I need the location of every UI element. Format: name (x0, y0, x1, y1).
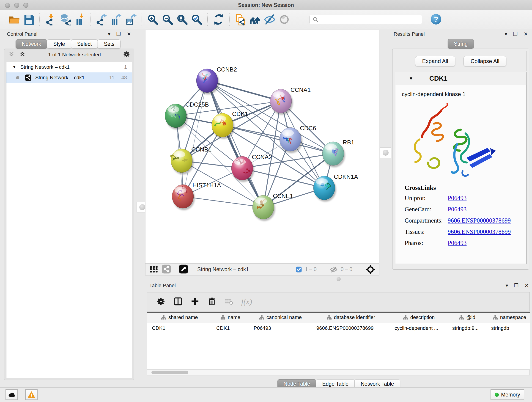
column-header-name[interactable]: name (212, 313, 249, 323)
results-panel-undock-button[interactable]: ❒ (513, 32, 518, 37)
delete-column-trash-icon[interactable] (207, 297, 216, 307)
expand-collapse-bar: Expand All Collapse All (395, 51, 527, 71)
node-CCNE1[interactable] (253, 195, 275, 221)
traffic-lights (5, 3, 28, 8)
selected-checkbox-icon[interactable] (295, 266, 302, 273)
maximize-window-button[interactable] (23, 3, 28, 8)
close-window-button[interactable] (5, 3, 10, 8)
table-panel-close-button[interactable]: ✕ (525, 283, 529, 288)
zoom-out-icon[interactable] (160, 12, 175, 27)
control-panel-undock-button[interactable]: ❒ (116, 32, 121, 37)
help-button[interactable]: ? (430, 13, 442, 26)
column-header-id[interactable]: @id (448, 313, 487, 323)
node-CDC25B[interactable] (165, 104, 188, 129)
save-icon[interactable] (22, 12, 36, 27)
node-CCNA2[interactable] (231, 156, 254, 182)
crosslink-link[interactable]: P06493 (448, 195, 467, 202)
hidden-eye-icon[interactable] (330, 265, 338, 274)
column-header-databaseidentifier[interactable]: database identifier (312, 313, 390, 323)
expand-all-networks-icon[interactable] (19, 51, 26, 59)
zoom-fit-icon[interactable] (175, 12, 190, 27)
export-table-icon[interactable] (109, 12, 124, 27)
tab-node-table[interactable]: Node Table (278, 379, 317, 389)
edge-HIST1H1A-CCNE1[interactable] (183, 196, 263, 207)
table-hscrollbar[interactable] (147, 370, 530, 375)
crosslink-link[interactable]: 9606.ENSP00000378699 (448, 217, 511, 224)
warning-status-button[interactable] (25, 389, 38, 400)
edge-CCNB2-HIST1H1A[interactable] (183, 81, 207, 196)
hscroll-thumb[interactable] (152, 370, 188, 374)
splitter-grip[interactable] (139, 204, 145, 210)
first-neighbors-icon[interactable] (248, 12, 262, 27)
expand-all-button[interactable]: Expand All (415, 56, 455, 66)
entry-collapse-icon[interactable]: ▼ (409, 76, 413, 81)
birdseye-view-icon[interactable] (179, 264, 188, 275)
network-clipboard-icon[interactable] (233, 12, 248, 27)
network-options-gear-icon[interactable] (123, 51, 130, 59)
table-options-gear-icon[interactable] (157, 297, 166, 307)
import-network-file-icon[interactable] (43, 12, 58, 27)
tab-edge-table[interactable]: Edge Table (316, 379, 355, 389)
export-network-icon[interactable] (94, 12, 109, 27)
export-image-icon[interactable] (124, 12, 138, 27)
memory-button[interactable]: Memory (491, 389, 524, 400)
collection-expander-icon[interactable]: ▼ (12, 65, 16, 70)
table-panel-undock-button[interactable]: ❒ (514, 283, 519, 288)
node-CCNB2[interactable] (196, 69, 219, 95)
splitter-grip[interactable] (383, 150, 389, 156)
results-panel-close-button[interactable]: ✕ (524, 32, 528, 37)
cloud-status-button[interactable] (6, 389, 18, 400)
tab-string[interactable]: String (448, 39, 474, 49)
search-input[interactable] (310, 15, 422, 24)
show-columns-icon[interactable] (173, 297, 183, 307)
tab-select[interactable]: Select (71, 39, 98, 49)
tab-network[interactable]: Network (16, 39, 47, 49)
crosslink-link[interactable]: P06493 (448, 240, 467, 247)
zoom-in-icon[interactable] (146, 12, 160, 27)
node-CCNA1[interactable] (270, 89, 293, 115)
right-splitter[interactable] (380, 147, 391, 158)
control-panel-float-button[interactable]: ▾ (108, 32, 110, 37)
table-row[interactable]: CDK1CDK1P064939606.ENSP00000378699cyclin… (147, 323, 530, 333)
delete-table-icon[interactable] (224, 297, 234, 307)
show-all-icon[interactable] (277, 12, 292, 27)
network-collection-row[interactable]: ▼ String Network – cdk1 1 (6, 62, 132, 72)
column-header-canonicalname[interactable]: canonical name (249, 313, 312, 323)
toolbar-separator (90, 13, 91, 26)
fit-selected-crosshair-icon[interactable] (365, 264, 375, 274)
crosslink-link[interactable]: P06493 (448, 206, 467, 213)
column-header-namespace[interactable]: namespace (487, 313, 530, 323)
zoom-selected-icon[interactable] (190, 12, 204, 27)
open-folder-icon[interactable] (7, 12, 22, 27)
node-CDKN1A[interactable] (313, 176, 336, 202)
table-panel-float-button[interactable]: ▾ (506, 283, 508, 288)
network-row[interactable]: String Network – cdk1 11 48 (6, 72, 132, 83)
grid-view-icon[interactable] (149, 264, 158, 274)
crosslink-link[interactable]: 9606.ENSP00000378699 (448, 228, 511, 235)
hide-selected-icon[interactable] (262, 12, 277, 27)
collapse-all-button[interactable]: Collapse All (463, 56, 506, 66)
node-CDK1[interactable] (212, 113, 234, 139)
node-HIST1H1A[interactable] (172, 185, 195, 210)
apply-layout-icon[interactable] (211, 12, 226, 27)
edge-CDK1-RB1[interactable] (222, 125, 333, 153)
node-RB1[interactable] (322, 142, 345, 167)
cdk1-entry-header[interactable]: ▼ CDK1 (395, 72, 526, 85)
results-panel-float-button[interactable]: ▾ (505, 32, 507, 37)
tab-style[interactable]: Style (47, 39, 71, 49)
import-table-icon[interactable] (73, 12, 87, 27)
import-network-database-icon[interactable] (58, 12, 73, 27)
collapse-all-networks-icon[interactable] (8, 51, 15, 59)
tab-network-table[interactable]: Network Table (355, 379, 400, 389)
edge-CCNA2-CDKN1A[interactable] (242, 168, 324, 188)
network-canvas[interactable]: CCNB2 CCNA1 CDC25B CDK1 CDC6 RB1 CCNB1 (145, 30, 380, 263)
table-panel-splitter[interactable] (145, 276, 532, 282)
column-header-sharedname[interactable]: shared name (147, 313, 212, 323)
control-panel-close-button[interactable]: ✕ (127, 32, 131, 37)
minimize-window-button[interactable] (14, 3, 19, 8)
create-column-icon[interactable] (190, 297, 200, 307)
tab-sets[interactable]: Sets (98, 39, 120, 49)
column-header-description[interactable]: description (390, 313, 448, 323)
node-CDC6[interactable] (279, 128, 302, 153)
string-view-icon[interactable] (162, 264, 171, 275)
